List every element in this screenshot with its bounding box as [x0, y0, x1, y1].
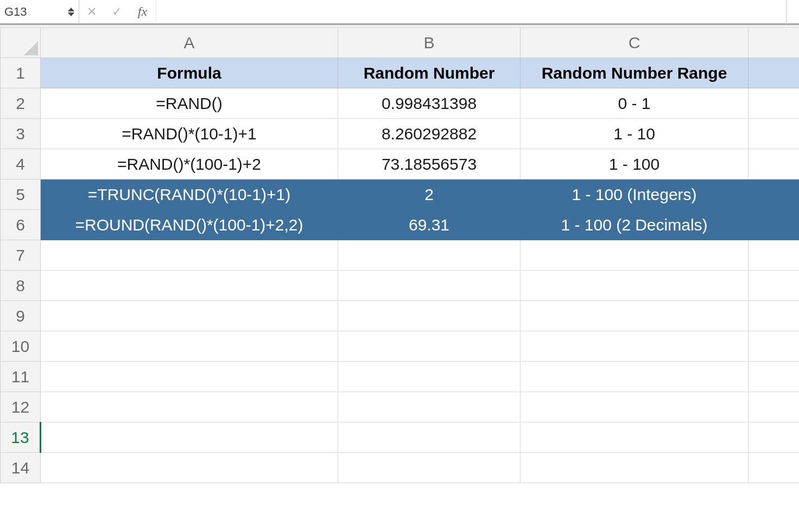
cell-A9[interactable]: [41, 301, 338, 331]
cell-D10[interactable]: [749, 331, 800, 362]
cell-C10[interactable]: [521, 331, 749, 362]
cell-D14[interactable]: [749, 453, 800, 483]
row-6: 6=ROUND(RAND()*(100-1)+2,2)69.311 - 100 …: [1, 210, 800, 240]
cell-B3[interactable]: 8.260292882: [338, 119, 521, 149]
cell-C3[interactable]: 1 - 10: [521, 119, 749, 149]
column-header-A[interactable]: A: [41, 28, 338, 58]
row-9: 9: [1, 301, 800, 331]
cell-D2[interactable]: [749, 88, 800, 119]
cell-A13[interactable]: [41, 422, 338, 453]
column-header-row: A B C: [1, 28, 800, 58]
cell-B2[interactable]: 0.998431398: [338, 88, 521, 119]
formula-input[interactable]: [156, 0, 786, 23]
row-header-10[interactable]: 10: [1, 331, 41, 362]
cell-C2[interactable]: 0 - 1: [521, 88, 749, 119]
row-5: 5=TRUNC(RAND()*(10-1)+1)21 - 100 (Intege…: [1, 180, 800, 210]
cell-B13[interactable]: [338, 422, 521, 453]
cell-B1[interactable]: Random Number: [338, 58, 521, 88]
row-header-1[interactable]: 1: [1, 58, 41, 88]
row-2: 2=RAND()0.9984313980 - 1: [1, 88, 800, 119]
cell-B12[interactable]: [338, 392, 521, 422]
cell-A1[interactable]: Formula: [41, 58, 338, 88]
cell-C7[interactable]: [521, 240, 749, 271]
row-header-3[interactable]: 3: [1, 119, 41, 149]
cell-C1[interactable]: Random Number Range: [521, 58, 749, 88]
column-header-C[interactable]: C: [521, 28, 749, 58]
cell-D1[interactable]: [749, 58, 800, 88]
column-header-B[interactable]: B: [338, 28, 521, 58]
row-10: 10: [1, 331, 800, 362]
row-header-14[interactable]: 14: [1, 453, 41, 483]
cell-B14[interactable]: [338, 453, 521, 483]
cell-D5[interactable]: [749, 180, 800, 210]
cell-B5[interactable]: 2: [338, 180, 521, 210]
row-header-9[interactable]: 9: [1, 301, 41, 331]
name-box-spinner[interactable]: [68, 8, 74, 16]
cell-D11[interactable]: [749, 362, 800, 392]
row-header-13[interactable]: 13: [1, 422, 41, 453]
cell-C13[interactable]: [521, 422, 749, 453]
cancel-button[interactable]: ✕: [79, 0, 104, 23]
spreadsheet-grid[interactable]: A B C 1FormulaRandom NumberRandom Number…: [0, 27, 799, 483]
cell-A4[interactable]: =RAND()*(100-1)+2: [41, 149, 338, 180]
cell-C5[interactable]: 1 - 100 (Integers): [521, 180, 749, 210]
fx-icon: fx: [138, 4, 147, 19]
check-icon: ✓: [112, 5, 122, 19]
cell-A7[interactable]: [41, 240, 338, 271]
cell-D3[interactable]: [749, 119, 800, 149]
cell-B6[interactable]: 69.31: [338, 210, 521, 240]
row-header-2[interactable]: 2: [1, 88, 41, 119]
formula-bar-expand[interactable]: [786, 0, 799, 25]
row-12: 12: [1, 392, 800, 422]
cell-B9[interactable]: [338, 301, 521, 331]
row-8: 8: [1, 271, 800, 301]
row-header-6[interactable]: 6: [1, 210, 41, 240]
row-header-4[interactable]: 4: [1, 149, 41, 180]
cell-C8[interactable]: [521, 271, 749, 301]
cell-C11[interactable]: [521, 362, 749, 392]
cell-D13[interactable]: [749, 422, 800, 453]
row-header-8[interactable]: 8: [1, 271, 41, 301]
row-header-11[interactable]: 11: [1, 362, 41, 392]
cell-C12[interactable]: [521, 392, 749, 422]
row-1: 1FormulaRandom NumberRandom Number Range: [1, 58, 800, 88]
cell-A12[interactable]: [41, 392, 338, 422]
cell-D9[interactable]: [749, 301, 800, 331]
formula-bar: G13 ✕ ✓ fx: [0, 0, 799, 25]
chevron-up-icon[interactable]: [68, 8, 74, 11]
cell-A8[interactable]: [41, 271, 338, 301]
row-13: 13: [1, 422, 800, 453]
cell-B11[interactable]: [338, 362, 521, 392]
cell-C6[interactable]: 1 - 100 (2 Decimals): [521, 210, 749, 240]
select-all-corner[interactable]: [1, 28, 41, 58]
cell-B8[interactable]: [338, 271, 521, 301]
column-header-next[interactable]: [749, 28, 800, 58]
name-box[interactable]: G13: [0, 0, 79, 23]
cell-A14[interactable]: [41, 453, 338, 483]
cell-A5[interactable]: =TRUNC(RAND()*(10-1)+1): [41, 180, 338, 210]
cell-C9[interactable]: [521, 301, 749, 331]
cell-A2[interactable]: =RAND(): [41, 88, 338, 119]
cell-B7[interactable]: [338, 240, 521, 271]
enter-button[interactable]: ✓: [104, 0, 129, 23]
insert-function-button[interactable]: fx: [129, 0, 156, 23]
chevron-down-icon[interactable]: [68, 12, 74, 16]
cell-D8[interactable]: [749, 271, 800, 301]
row-header-7[interactable]: 7: [1, 240, 41, 271]
row-11: 11: [1, 362, 800, 392]
row-header-5[interactable]: 5: [1, 180, 41, 210]
cell-C14[interactable]: [521, 453, 749, 483]
cell-B10[interactable]: [338, 331, 521, 362]
row-header-12[interactable]: 12: [1, 392, 41, 422]
cell-D7[interactable]: [749, 240, 800, 271]
cell-A6[interactable]: =ROUND(RAND()*(100-1)+2,2): [41, 210, 338, 240]
cell-A3[interactable]: =RAND()*(10-1)+1: [41, 119, 338, 149]
cell-B4[interactable]: 73.18556573: [338, 149, 521, 180]
cell-D6[interactable]: [749, 210, 800, 240]
cell-A10[interactable]: [41, 331, 338, 362]
cell-D4[interactable]: [749, 149, 800, 180]
row-3: 3=RAND()*(10-1)+18.2602928821 - 10: [1, 119, 800, 149]
cell-C4[interactable]: 1 - 100: [521, 149, 749, 180]
cell-A11[interactable]: [41, 362, 338, 392]
cell-D12[interactable]: [749, 392, 800, 422]
